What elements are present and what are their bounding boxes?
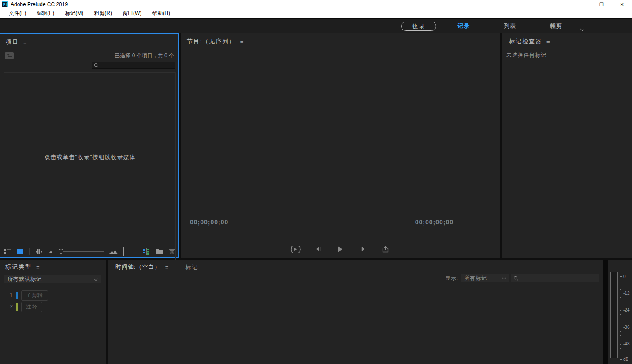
project-bottom-toolbar	[0, 245, 178, 257]
export-button[interactable]	[380, 245, 391, 253]
audio-level-meter[interactable]	[610, 272, 618, 358]
marker-inspector-header: 标记检查器 ≡	[502, 33, 632, 45]
chevron-down-icon	[580, 27, 585, 31]
chevron-down-icon	[502, 275, 506, 280]
play-button[interactable]	[335, 245, 346, 253]
chevron-down-icon	[94, 276, 98, 281]
workspace-tab-list[interactable]: 列表	[492, 19, 528, 33]
workspace-overflow-button[interactable]	[581, 24, 584, 32]
filmstrip-hover-button[interactable]	[35, 249, 42, 255]
meter-channel-left	[611, 272, 614, 358]
marker-types-title: 标记类型	[5, 263, 32, 271]
meter-label: 0	[620, 274, 626, 279]
meter-scale: 0 -12 -24 -36 -48 dB	[620, 275, 631, 364]
search-icon	[94, 63, 99, 68]
timeline-panel: 时间轴:（空白） ≡ 标记 显示: 所有标记	[108, 260, 603, 364]
menu-help[interactable]: 帮助(H)	[147, 9, 175, 18]
marker-type-row[interactable]: 1 子剪辑	[4, 290, 101, 301]
menu-file[interactable]: 文件(F)	[4, 9, 31, 18]
panel-menu-icon[interactable]: ≡	[165, 264, 169, 271]
marker-type-label[interactable]: 子剪辑	[21, 290, 48, 301]
meter-minor-ticks	[620, 276, 621, 361]
zoom-out-thumbnails-icon[interactable]	[48, 249, 54, 253]
zoom-in-thumbnails-icon[interactable]	[109, 249, 118, 254]
thumbnail-view-button[interactable]	[17, 249, 23, 254]
slider-knob[interactable]	[59, 249, 63, 254]
meter-unit-label: dB	[620, 357, 628, 362]
panel-menu-icon[interactable]: ≡	[23, 39, 27, 45]
marker-types-list: 1 子剪辑 2 注释	[4, 287, 101, 364]
close-button[interactable]: ✕	[612, 0, 632, 9]
marker-types-header: 标记类型 ≡	[0, 260, 106, 271]
workspace-tab-roughcut[interactable]: 粗剪	[539, 19, 574, 33]
meter-channel-right	[614, 272, 617, 358]
marker-show-filter-value: 所有标记	[464, 275, 487, 282]
project-panel-header: 项目 ≡	[0, 34, 178, 46]
marker-inspector-panel: 标记检查器 ≡ 未选择任何标记	[502, 33, 632, 258]
transport-controls	[181, 245, 500, 253]
step-back-button[interactable]	[313, 245, 323, 253]
project-toolbar-right	[143, 248, 175, 255]
menu-bar: 文件(F) 编辑(E) 标记(M) 粗剪(R) 窗口(W) 帮助(H)	[0, 9, 632, 19]
project-panel: 项目 ≡ 已选择 0 个项目，共 0 个 双击或单击"收录"按钮以收录媒体	[0, 33, 179, 258]
new-bin-button[interactable]	[156, 249, 163, 254]
marker-color-swatch	[16, 303, 18, 311]
project-toolbar-row: 已选择 0 个项目，共 0 个	[0, 52, 178, 59]
meter-label: -36	[620, 325, 629, 330]
minimize-button[interactable]: —	[571, 0, 591, 9]
list-view-button[interactable]	[4, 249, 11, 254]
navigate-up-icon[interactable]	[5, 52, 14, 59]
timeline-search-input[interactable]	[511, 274, 599, 282]
delete-button[interactable]	[169, 249, 175, 254]
menu-roughcut[interactable]: 粗剪(R)	[89, 9, 117, 18]
show-label: 显示:	[445, 275, 458, 282]
project-search-input[interactable]	[92, 62, 175, 69]
menu-window[interactable]: 窗口(W)	[117, 9, 147, 18]
monitor-panel-title: 节目:（无序列）	[187, 37, 236, 45]
project-empty-message: 双击或单击"收录"按钮以收录媒体	[44, 153, 135, 161]
marker-type-index: 1	[7, 292, 13, 298]
restore-button[interactable]: ❐	[591, 0, 612, 9]
marker-inspector-empty-message: 未选择任何标记	[502, 45, 632, 65]
peak-indicator	[615, 357, 617, 357]
diamond-icon	[123, 247, 124, 256]
panel-gap	[603, 260, 608, 364]
monitor-panel: 节目:（无序列） ≡ 00;00;00;00 00;00;00;00	[181, 33, 500, 258]
current-timecode: 00;00;00;00	[190, 219, 228, 226]
toolbar-separator	[29, 248, 30, 255]
panel-menu-icon[interactable]: ≡	[546, 38, 550, 45]
window-title: Adobe Prelude CC 2019	[11, 1, 68, 7]
marker-filter-value: 所有默认标记	[7, 275, 42, 283]
timeline-empty-track[interactable]	[145, 297, 594, 311]
workspace-bar: 收录 记录 列表 粗剪	[0, 19, 632, 33]
marker-type-label[interactable]: 注释	[21, 302, 42, 312]
title-bar: Pl Adobe Prelude CC 2019 — ❐ ✕	[0, 0, 632, 9]
panel-menu-icon[interactable]: ≡	[240, 38, 244, 45]
play-in-to-out-button[interactable]	[290, 245, 301, 253]
marker-show-filter-dropdown[interactable]: 所有标记	[461, 274, 509, 282]
window-controls: — ❐ ✕	[571, 0, 632, 9]
sort-order-icon[interactable]	[123, 248, 124, 256]
panel-menu-icon[interactable]: ≡	[36, 264, 40, 271]
audio-meter-panel: 0 -12 -24 -36 -48 dB	[608, 260, 632, 364]
marker-filter-dropdown[interactable]: 所有默认标记	[4, 275, 101, 283]
menu-edit[interactable]: 编辑(E)	[31, 9, 59, 18]
menu-marker[interactable]: 标记(M)	[59, 9, 89, 18]
search-icon	[513, 276, 518, 281]
tab-timeline[interactable]: 时间轴:（空白） ≡	[115, 263, 168, 274]
timeline-tab-bar: 时间轴:（空白） ≡ 标记	[108, 260, 603, 274]
workspace-separator	[443, 21, 443, 31]
marker-types-panel: 标记类型 ≡ 所有默认标记 1 子剪辑 2 注释	[0, 260, 106, 364]
ingest-button[interactable]: 收录	[401, 22, 436, 31]
thumbnail-size-slider[interactable]	[59, 251, 104, 252]
create-rough-cut-button[interactable]	[143, 248, 150, 255]
tab-markers[interactable]: 标记	[185, 263, 198, 271]
peak-indicator	[611, 357, 613, 357]
workspace-tab-logging[interactable]: 记录	[446, 19, 481, 33]
monitor-panel-header: 节目:（无序列） ≡	[181, 33, 500, 45]
total-timecode: 00;00;00;00	[415, 219, 454, 226]
timeline-controls: 显示: 所有标记	[445, 274, 599, 282]
marker-type-row[interactable]: 2 注释	[4, 301, 101, 312]
meter-label: -12	[620, 291, 629, 296]
step-forward-button[interactable]	[358, 245, 368, 253]
